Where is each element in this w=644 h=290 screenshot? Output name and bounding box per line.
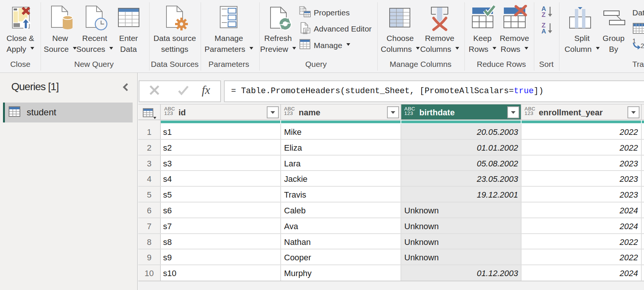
svg-text:A: A (541, 28, 546, 35)
svg-text:Z: Z (542, 11, 546, 18)
